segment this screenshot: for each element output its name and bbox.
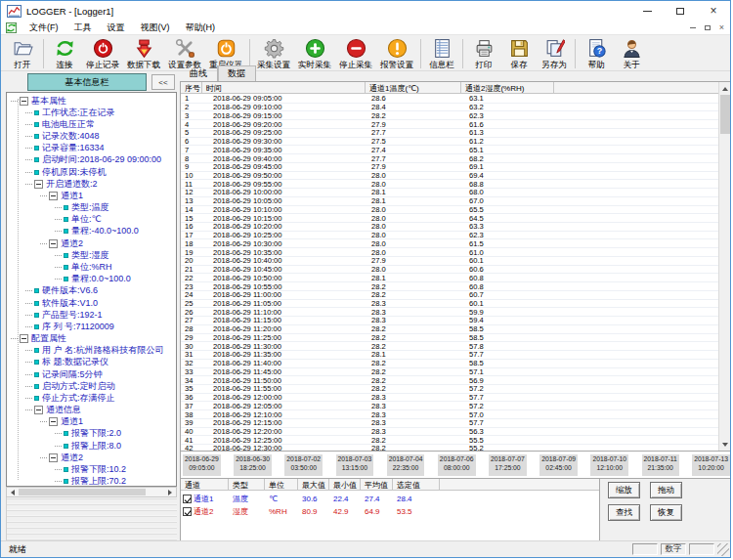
tree-item[interactable]: 类型:湿度 bbox=[7, 249, 176, 261]
menu-item-3[interactable]: 视图(V) bbox=[133, 22, 178, 34]
timeline-label: 2018-07-0717:25:00 bbox=[489, 454, 527, 476]
toolbar-button-download[interactable]: 数据下载 bbox=[123, 37, 164, 71]
minimize-button[interactable] bbox=[630, 1, 664, 21]
table-cell: 56.3 bbox=[461, 427, 554, 436]
tree-item[interactable]: 配置属性 bbox=[7, 332, 176, 344]
tree-connector bbox=[25, 303, 32, 304]
table-cell: 55.2 bbox=[461, 444, 554, 451]
scrollbar-thumb[interactable] bbox=[19, 489, 146, 495]
tree-item[interactable]: 通道信息 bbox=[7, 404, 176, 415]
tree-item[interactable]: 通道2 bbox=[7, 237, 176, 249]
tree-item[interactable]: 停机原因:未停机 bbox=[7, 166, 176, 178]
tree-item[interactable]: 软件版本:V1.0 bbox=[7, 297, 176, 309]
tree-item[interactable]: 单位:℃ bbox=[7, 214, 176, 226]
tree-item[interactable]: 用 户 名:杭州路格科技有限公司 bbox=[7, 345, 176, 357]
collapse-icon[interactable] bbox=[49, 239, 58, 248]
tree-item[interactable]: 单位:%RH bbox=[7, 261, 176, 273]
mdi-restore-button[interactable] bbox=[705, 25, 711, 30]
tree-item[interactable]: 产品型号:192-1 bbox=[7, 309, 176, 321]
scroll-up-arrow-icon[interactable] bbox=[719, 82, 731, 94]
menu-item-2[interactable]: 设置 bbox=[100, 22, 133, 34]
tree-item[interactable]: 工作状态:正在记录 bbox=[7, 107, 176, 118]
channel-checkbox[interactable] bbox=[183, 507, 192, 516]
info-panel-tab[interactable]: 基本信息栏 bbox=[27, 73, 147, 91]
grid-vertical-scrollbar[interactable] bbox=[718, 82, 731, 451]
collapse-icon[interactable] bbox=[20, 334, 28, 343]
sidebar-collapse-button[interactable]: << bbox=[151, 74, 175, 90]
tree-item[interactable]: 通道1 bbox=[7, 190, 176, 201]
scrollbar-thumb[interactable] bbox=[720, 95, 730, 134]
title-bar: LOGGER - [Logger1] bbox=[1, 1, 730, 21]
tab-data[interactable]: 数据 bbox=[218, 65, 256, 81]
collapse-icon[interactable] bbox=[49, 453, 58, 462]
toolbar-button-open[interactable]: 打开 bbox=[5, 37, 40, 71]
tree-item[interactable]: 报警下限:2.0 bbox=[7, 428, 176, 440]
grid-column-header-2[interactable]: 通道1温度(℃) bbox=[366, 82, 461, 93]
table-row[interactable]: 422018-06-29 12:30:0028.255.2 bbox=[181, 445, 731, 451]
tree-item[interactable]: 基本属性 bbox=[7, 95, 176, 107]
tree-item[interactable]: 停止方式:存满停止 bbox=[7, 392, 176, 404]
status-text: 就绪 bbox=[9, 543, 26, 556]
scroll-right-arrow-icon[interactable] bbox=[165, 488, 176, 496]
tree-item[interactable]: 记录次数:4048 bbox=[7, 131, 176, 143]
tree-item[interactable]: 通道1 bbox=[7, 416, 176, 428]
menu-item-0[interactable]: 文件(F) bbox=[22, 22, 66, 34]
menu-item-1[interactable]: 工具 bbox=[66, 22, 100, 34]
drag-button[interactable]: 拖动 bbox=[650, 482, 682, 498]
table-cell: 27.9 bbox=[366, 256, 461, 265]
tab-curve[interactable]: 曲线 bbox=[180, 65, 218, 81]
mdi-close-button[interactable] bbox=[719, 22, 724, 32]
table-cell: 28.2 bbox=[366, 290, 461, 299]
tree-item[interactable]: 量程:-40.0~100.0 bbox=[7, 226, 176, 237]
scroll-down-arrow-icon[interactable] bbox=[719, 439, 731, 451]
toolbar-button-connect[interactable]: 连接 bbox=[47, 37, 82, 71]
close-button[interactable] bbox=[697, 1, 730, 21]
toolbar-button-label: 连接 bbox=[57, 60, 73, 71]
zoom-button[interactable]: 缩放 bbox=[608, 482, 640, 498]
table-cell: 27.9 bbox=[366, 120, 461, 129]
summary-row[interactable]: 通道1温度℃30.622.427.428.4 bbox=[181, 493, 599, 505]
maximize-button[interactable] bbox=[664, 1, 697, 21]
tree-item[interactable]: 类型:温度 bbox=[7, 202, 176, 214]
tree-item[interactable]: 启动时间:2018-06-29 09:00:00 bbox=[7, 154, 176, 166]
menu-item-4[interactable]: 帮助(H) bbox=[178, 22, 224, 34]
tree-horizontal-scrollbar[interactable] bbox=[6, 487, 177, 497]
tree-item[interactable]: 硬件版本:V6.6 bbox=[7, 285, 176, 297]
collapse-icon[interactable] bbox=[49, 192, 58, 200]
table-cell: 2018-06-29 10:25:00 bbox=[202, 231, 366, 239]
tree-item[interactable]: 报警上限:70.2 bbox=[7, 476, 176, 488]
collapse-icon[interactable] bbox=[20, 97, 28, 106]
tree-connector bbox=[55, 433, 62, 434]
scroll-left-arrow-icon[interactable] bbox=[7, 488, 18, 496]
mdi-minimize-button[interactable] bbox=[690, 27, 696, 28]
tree-bullet-icon bbox=[34, 384, 39, 389]
tree-item[interactable]: 开启通道数:2 bbox=[7, 178, 176, 190]
tree-item[interactable]: 标 题:数据记录仪 bbox=[7, 357, 176, 368]
tree-item[interactable]: 量程:0.0~100.0 bbox=[7, 274, 176, 285]
tree-item[interactable]: 通道2 bbox=[7, 452, 176, 463]
tree-item[interactable]: 记录容量:16334 bbox=[7, 143, 176, 154]
resize-grip[interactable] bbox=[717, 543, 729, 556]
collapse-icon[interactable] bbox=[34, 180, 43, 189]
tree-item[interactable]: 启动方式:定时启动 bbox=[7, 380, 176, 392]
table-cell: 2018-06-29 09:25:00 bbox=[202, 128, 366, 137]
grid-column-header-3[interactable]: 通道2湿度(%RH) bbox=[461, 82, 554, 93]
toolbar-button-stop-record[interactable]: 停止记录 bbox=[82, 37, 123, 71]
table-cell: 28.2 bbox=[366, 111, 461, 120]
find-button[interactable]: 查找 bbox=[608, 504, 640, 521]
tree-item[interactable]: 电池电压正常 bbox=[7, 118, 176, 130]
tree-item[interactable]: 报警下限:10.2 bbox=[7, 463, 176, 475]
grid-column-header-1[interactable]: 时间 bbox=[202, 82, 366, 93]
restore-button[interactable]: 恢复 bbox=[650, 504, 682, 521]
table-cell: 28.0 bbox=[366, 205, 461, 214]
table-cell: 27 bbox=[181, 316, 202, 324]
channel-checkbox[interactable] bbox=[183, 495, 192, 503]
tree-item[interactable]: 序 列 号:71120009 bbox=[7, 321, 176, 332]
collapse-icon[interactable] bbox=[49, 417, 58, 426]
collapse-icon[interactable] bbox=[34, 406, 43, 414]
grid-column-header-0[interactable]: 序号 bbox=[181, 82, 202, 93]
table-cell: 2018-06-29 09:50:00 bbox=[202, 171, 366, 180]
tree-item[interactable]: 记录间隔:5分钟 bbox=[7, 368, 176, 380]
tree-item[interactable]: 报警上限:8.0 bbox=[7, 440, 176, 452]
summary-row[interactable]: 通道2湿度%RH80.942.964.953.5 bbox=[181, 505, 599, 518]
